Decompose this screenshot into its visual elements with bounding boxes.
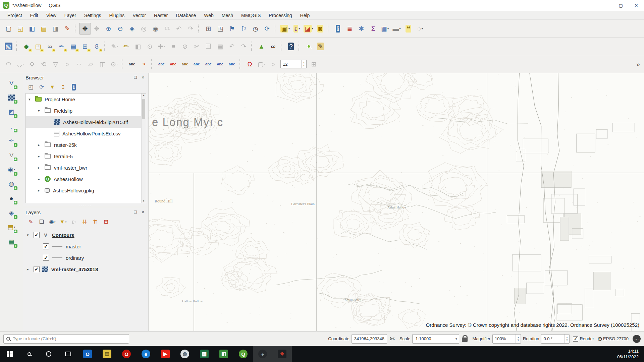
toggle-editing-icon[interactable]: ✏ <box>120 41 132 52</box>
data-source-manager-icon[interactable]: ▧ <box>3 41 14 52</box>
modify-attributes-icon[interactable]: ≡ <box>167 41 179 52</box>
collapse-all-layers-icon[interactable]: ⇈ <box>91 217 100 227</box>
highlight-pinned-labels-icon[interactable]: abc <box>156 58 167 70</box>
zoom-full-extent-icon[interactable]: ◈ <box>126 23 138 35</box>
deselect-features-icon[interactable]: ◪▾ <box>303 23 314 35</box>
move-label-icon[interactable]: abc <box>203 58 214 70</box>
new-geopackage-layer-icon[interactable]: ◆ <box>20 41 32 52</box>
delete-selected-icon[interactable]: ⊘ <box>179 41 191 52</box>
snapping-tolerance-field[interactable]: 12▲▼ <box>280 60 307 68</box>
zoom-next-icon[interactable]: ↷ <box>185 23 197 35</box>
excel-app[interactable]: ▦ <box>195 346 214 362</box>
copy-features-icon[interactable]: ❐ <box>203 41 214 52</box>
add-ring-tool-icon[interactable]: ○ <box>61 58 73 70</box>
new-print-layout-icon[interactable]: ▤ <box>38 23 50 35</box>
close-button[interactable]: ✕ <box>629 0 644 11</box>
qgis-app[interactable]: Q <box>233 346 253 362</box>
layer-labeling-options-icon[interactable]: abc <box>126 58 138 70</box>
notes-app[interactable]: ▤ <box>97 346 117 362</box>
menu-mmqgis[interactable]: MMQGIS <box>237 11 265 20</box>
fill-ring-tool-icon[interactable]: ◌ <box>73 58 85 70</box>
new-spatial-bookmark-icon[interactable]: ⚑ <box>226 23 238 35</box>
expander-icon[interactable]: ▾ <box>38 109 45 113</box>
zoom-out-icon[interactable]: ⊖ <box>114 23 126 35</box>
add-vector-tile-layer-icon[interactable]: ⬒▾ <box>6 221 17 233</box>
layer-visibility-checkbox[interactable]: ✓ <box>34 266 40 272</box>
close-panel-icon[interactable]: ✕ <box>140 210 146 215</box>
remove-layer-icon[interactable]: ⊟ <box>101 217 111 227</box>
zoom-in-icon[interactable]: ⊕ <box>103 23 114 35</box>
enable-snapping-icon[interactable]: Ω <box>244 58 256 70</box>
expand-all-layers-icon[interactable]: ⇊ <box>80 217 89 227</box>
tree-item-asheshollow[interactable]: ▸QAshesHollow <box>26 173 146 185</box>
expander-icon[interactable]: ▸ <box>38 143 45 147</box>
map-tips-icon[interactable]: ❝ <box>402 23 414 35</box>
office-app[interactable]: ◧ <box>214 346 233 362</box>
simplify-feature-tool-icon[interactable]: ▽ <box>50 58 61 70</box>
help-contents-icon[interactable]: ? <box>285 41 297 52</box>
paste-features-icon[interactable]: ▤ <box>214 41 226 52</box>
layer-visibility-checkbox[interactable]: ✓ <box>43 255 49 261</box>
save-layer-edits-icon[interactable]: ◧ <box>132 41 144 52</box>
minimize-button[interactable]: – <box>598 0 613 11</box>
new-project-icon[interactable]: ▢ <box>3 23 14 35</box>
new-annotation-layer-icon[interactable]: ✒ <box>56 41 67 52</box>
scale-select[interactable]: 1:10000▾ <box>412 334 459 344</box>
add-wms-layer-icon[interactable]: ◍ <box>6 178 17 190</box>
close-panel-icon[interactable]: ✕ <box>140 75 146 80</box>
new-shapefile-layer-icon[interactable]: ◰ <box>32 41 44 52</box>
add-wfs-layer-icon[interactable]: ◈ <box>6 207 17 219</box>
menu-mesh[interactable]: Mesh <box>218 11 237 20</box>
menu-view[interactable]: View <box>42 11 60 20</box>
youtube-app[interactable]: ▶ <box>156 346 175 362</box>
float-panel-icon[interactable]: ❐ <box>133 75 138 80</box>
change-label-properties-icon[interactable]: abc <box>226 58 238 70</box>
menu-edit[interactable]: Edit <box>26 11 42 20</box>
add-wcs-layer-icon[interactable]: ● <box>6 192 17 204</box>
menu-vector[interactable]: Vector <box>128 11 150 20</box>
circular-string-tool-icon[interactable]: ◠ <box>3 58 14 70</box>
search-plugin-binoculars-icon[interactable]: ∞ <box>267 41 279 52</box>
new-3d-map-view-icon[interactable]: ◳ <box>214 23 226 35</box>
tree-item-raster-25k[interactable]: ▸raster-25k <box>26 139 146 150</box>
add-mesh-layer-icon[interactable]: ◩ <box>6 106 17 118</box>
panel-splitter[interactable]: ······· <box>23 205 148 208</box>
zoom-native-resolution-icon[interactable]: 1:1 <box>161 23 173 35</box>
style-manager-icon[interactable]: ✎ <box>61 23 73 35</box>
start-button[interactable] <box>0 346 19 362</box>
maximize-button[interactable]: ▢ <box>613 0 629 11</box>
quickmap-search-icon[interactable] <box>303 41 315 52</box>
menu-web[interactable]: Web <box>200 11 218 20</box>
messages-icon[interactable]: ⋯ <box>633 335 641 343</box>
rotate-label-icon[interactable]: abc <box>214 58 226 70</box>
identify-features-icon[interactable]: ℹ <box>332 23 344 35</box>
map-canvas[interactable]: e Long Myı cRound HillBarrister's PlainA… <box>148 73 644 331</box>
rotate-feature-tool-icon[interactable]: ⟲ <box>38 58 50 70</box>
select-features-icon[interactable]: ▣▾ <box>279 23 291 35</box>
add-raster-layer-icon[interactable] <box>6 92 17 103</box>
add-selected-layers-icon[interactable]: ◰ <box>26 82 36 92</box>
vertex-tool-icon[interactable]: ✚▾ <box>156 41 167 52</box>
expander-icon[interactable]: ▾ <box>27 233 34 237</box>
select-by-value-icon[interactable]: ◙ <box>314 23 326 35</box>
extents-toggle-icon[interactable]: ✄ <box>390 335 395 343</box>
expander-icon[interactable]: ▸ <box>38 188 45 193</box>
offset-curve-tool-icon[interactable]: ▱ <box>85 58 97 70</box>
menu-settings[interactable]: Settings <box>80 11 105 20</box>
chat-app[interactable]: ◍ <box>175 346 195 362</box>
expander-icon[interactable]: ▾ <box>29 97 35 102</box>
menu-database[interactable]: Database <box>172 11 200 20</box>
cut-features-icon[interactable]: ✂ <box>191 41 203 52</box>
coordinate-field[interactable]: 341964,293348 <box>352 334 387 344</box>
add-postgis-layer-icon[interactable]: ◉▾ <box>6 164 17 175</box>
refresh-map-icon[interactable]: ⟳ <box>261 23 273 35</box>
open-project-icon[interactable]: ◱ <box>14 23 26 35</box>
redo-icon[interactable]: ↷ <box>238 41 250 52</box>
edge-app[interactable]: e <box>136 346 156 362</box>
tree-item-contours[interactable]: ▾✓∨Contours <box>24 229 147 241</box>
add-delimited-text-layer-icon[interactable]: , <box>6 120 17 132</box>
show-unplaced-labels-icon[interactable]: abc <box>167 58 179 70</box>
new-spatialite-layer-icon[interactable]: ∞ <box>44 41 56 52</box>
refresh-browser-icon[interactable]: ⟳ <box>37 82 46 92</box>
osm-place-search-icon[interactable]: ◌▾ <box>414 23 426 35</box>
